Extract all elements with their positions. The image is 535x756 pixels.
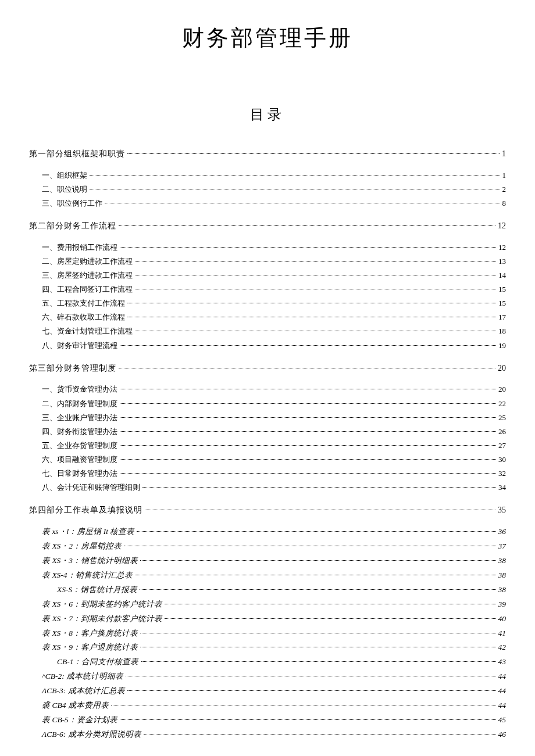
table-of-contents: 第一部分组织框架和职责1一、组织框架1二、职位说明2三、职位例行工作8第二部分财… bbox=[29, 147, 506, 741]
toc-entry-page: 15 bbox=[498, 297, 506, 310]
toc-entry: 第二部分财务工作流程12 bbox=[29, 219, 506, 233]
toc-entry: 一、组织框架1 bbox=[29, 169, 506, 182]
toc-entry-page: 39 bbox=[498, 598, 507, 611]
toc-entry-page: 25 bbox=[498, 411, 506, 424]
toc-entry-label: 六、项目融资管理制度 bbox=[42, 453, 117, 466]
toc-entry-label: ^CB-2: 成本统计明细表 bbox=[42, 670, 123, 683]
toc-entry: 表 XS・2：房屋销控表37 bbox=[29, 540, 506, 553]
toc-heading: 目录 bbox=[29, 105, 506, 124]
toc-entry: 表 XS・8：客户换房统计表41 bbox=[29, 627, 506, 640]
toc-entry-page: 38 bbox=[498, 583, 507, 597]
toc-entry-label: 四、工程合同签订工作流程 bbox=[42, 283, 133, 296]
toc-leader bbox=[140, 633, 495, 633]
toc-leader bbox=[120, 459, 496, 460]
toc-entry: ΛCB-6: 成本分类对照说明表46 bbox=[29, 728, 506, 741]
toc-leader bbox=[142, 487, 496, 488]
toc-leader bbox=[145, 510, 495, 510]
toc-entry-label: 五、工程款支付工作流程 bbox=[42, 297, 125, 310]
toc-leader bbox=[120, 345, 496, 346]
toc-entry-page: 19 bbox=[498, 339, 506, 352]
toc-entry: 第三部分财务管理制度20 bbox=[29, 361, 506, 375]
toc-leader bbox=[120, 417, 496, 418]
toc-entry-page: 30 bbox=[498, 453, 506, 466]
toc-leader bbox=[120, 719, 496, 720]
toc-entry: 表 XS-4：销售统计汇总表38 bbox=[29, 569, 506, 582]
toc-leader bbox=[120, 403, 496, 404]
toc-leader bbox=[120, 445, 496, 446]
toc-entry-page: 20 bbox=[498, 383, 506, 396]
toc-entry: 六、碎石款收取工作流程17 bbox=[29, 311, 506, 324]
toc-entry-label: 表 XS-4：销售统计汇总表 bbox=[42, 569, 133, 582]
toc-entry-page: 17 bbox=[498, 311, 506, 324]
toc-leader bbox=[140, 589, 495, 590]
toc-entry: 裘 CB4 成本费用表44 bbox=[29, 699, 506, 712]
toc-entry-label: 八、会计凭证和账簿管理细则 bbox=[42, 481, 140, 494]
toc-entry-label: 表 CB-5：资金计划表 bbox=[42, 714, 117, 727]
toc-entry: 八、财务审计管理流程19 bbox=[29, 339, 506, 352]
toc-entry-label: 三、企业账户管理办法 bbox=[42, 411, 117, 424]
toc-entry-label: 第一部分组织框架和职责 bbox=[29, 147, 125, 161]
toc-entry: 一、费用报销工作流程12 bbox=[29, 241, 506, 254]
toc-entry: 第一部分组织框架和职责1 bbox=[29, 147, 506, 161]
toc-entry-label: 表 XS・6：到期未签约客户统计表 bbox=[42, 598, 162, 611]
toc-entry-page: 27 bbox=[498, 439, 506, 452]
toc-leader bbox=[127, 690, 496, 691]
toc-entry-label: 一、费用报销工作流程 bbox=[42, 241, 117, 254]
toc-entry-page: 18 bbox=[498, 325, 506, 338]
toc-entry: 五、企业存货管理制度27 bbox=[29, 439, 506, 452]
toc-entry: 三、职位例行工作8 bbox=[29, 197, 506, 210]
toc-entry: 四、财务衔接管理办法26 bbox=[29, 425, 506, 438]
toc-leader bbox=[120, 431, 496, 432]
toc-entry-page: 26 bbox=[498, 425, 506, 438]
toc-leader bbox=[135, 331, 496, 331]
toc-entry: 三、企业账户管理办法25 bbox=[29, 411, 506, 424]
toc-entry-page: 38 bbox=[498, 554, 507, 568]
toc-entry-page: 22 bbox=[498, 397, 506, 410]
toc-entry: 二、职位说明2 bbox=[29, 183, 506, 196]
toc-leader bbox=[120, 473, 496, 474]
toc-entry-label: 第三部分财务管理制度 bbox=[29, 361, 116, 375]
toc-leader bbox=[137, 531, 495, 532]
toc-entry-label: 七、资金计划管理工作流程 bbox=[42, 325, 133, 338]
toc-leader bbox=[119, 225, 495, 226]
toc-entry-label: 六、碎石款收取工作流程 bbox=[42, 311, 125, 324]
toc-entry-page: 20 bbox=[498, 361, 506, 375]
toc-entry-label: XS-S：销售统计月报表 bbox=[57, 583, 137, 597]
toc-entry-page: 46 bbox=[498, 728, 507, 741]
toc-entry: 第四部分工作表单及填报说明35 bbox=[29, 503, 506, 517]
toc-entry: 六、项目融资管理制度30 bbox=[29, 453, 506, 466]
toc-entry-label: ΛCB-3: 成本统计汇总表 bbox=[42, 685, 125, 698]
toc-entry-label: 一、组织框架 bbox=[42, 169, 87, 182]
toc-entry-label: 八、财务审计管理流程 bbox=[42, 339, 117, 352]
toc-entry-label: 表 XS・3：销售统计明细表 bbox=[42, 554, 138, 568]
toc-entry-label: 表 XS・8：客户换房统计表 bbox=[42, 627, 138, 640]
toc-entry-label: ΛCB-6: 成本分类对照说明表 bbox=[42, 728, 141, 741]
toc-entry: 四、工程合同签订工作流程15 bbox=[29, 283, 506, 296]
toc-leader bbox=[124, 546, 495, 546]
toc-entry: 五、工程款支付工作流程15 bbox=[29, 297, 506, 310]
toc-entry: 七、资金计划管理工作流程18 bbox=[29, 325, 506, 338]
toc-leader bbox=[135, 275, 496, 275]
toc-entry-page: 32 bbox=[498, 467, 506, 480]
toc-entry-label: 三、职位例行工作 bbox=[42, 197, 102, 210]
toc-entry-label: 第四部分工作表单及填报说明 bbox=[29, 503, 142, 517]
toc-entry-page: 8 bbox=[502, 197, 507, 210]
toc-entry: ^CB-2: 成本统计明细表44 bbox=[29, 670, 506, 683]
toc-leader bbox=[111, 705, 496, 705]
toc-entry-page: 13 bbox=[498, 255, 506, 268]
toc-leader bbox=[141, 661, 496, 662]
toc-entry-label: 表 XS・7：到期未付款客户统计表 bbox=[42, 612, 162, 626]
toc-leader bbox=[140, 647, 495, 647]
toc-entry: 二、房屋定购进款工作流程13 bbox=[29, 255, 506, 268]
toc-leader bbox=[127, 317, 496, 317]
document-title: 财务部管理手册 bbox=[29, 23, 506, 53]
toc-entry-page: 1 bbox=[502, 169, 507, 182]
toc-entry-label: 七、日常财务管理办法 bbox=[42, 467, 117, 480]
toc-leader bbox=[105, 203, 500, 203]
toc-entry-page: 36 bbox=[498, 525, 507, 539]
toc-entry: 表 XS・6：到期未签约客户统计表39 bbox=[29, 598, 506, 611]
toc-entry-label: 第二部分财务工作流程 bbox=[29, 219, 116, 233]
toc-entry-page: 45 bbox=[498, 714, 507, 727]
toc-entry: XS-S：销售统计月报表38 bbox=[29, 583, 506, 597]
toc-leader bbox=[127, 153, 500, 154]
